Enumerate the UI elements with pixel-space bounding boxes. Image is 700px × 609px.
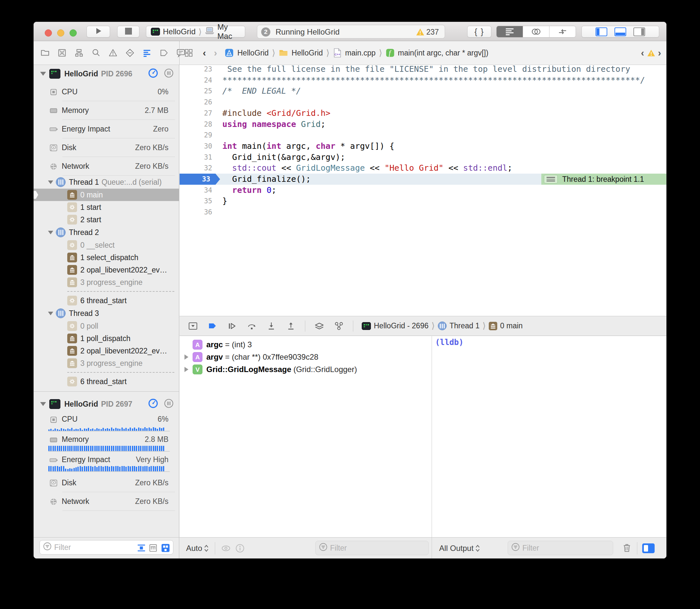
stack-frame[interactable]: 2 opal_libevent2022_ev… <box>34 264 179 276</box>
gauge-row-cpu[interactable]: CPU6% <box>34 413 179 433</box>
memory-bars-icon[interactable] <box>163 398 174 410</box>
next-issue-button[interactable]: › <box>658 47 661 58</box>
view-hierarchy-icon[interactable] <box>314 320 325 332</box>
gauge-row-disk[interactable]: DiskZero KB/s <box>34 473 179 492</box>
back-button[interactable]: ‹ <box>203 47 206 58</box>
previous-issue-button[interactable]: ‹ <box>641 47 644 58</box>
issue-navigator-icon[interactable] <box>107 47 119 58</box>
line-number[interactable]: 33 <box>180 174 220 185</box>
code-snippets-button[interactable]: { } <box>467 26 491 37</box>
gauge-row-memory[interactable]: Memory2.7 MB <box>34 101 179 120</box>
continue-execution-icon[interactable] <box>226 320 238 332</box>
code-line-24[interactable]: 24**************************************… <box>180 75 667 86</box>
variables-view[interactable]: Aargc = (int) 3Aargv = (char **) 0x7ffee… <box>180 336 432 537</box>
disclosure-triangle-icon[interactable] <box>185 367 188 372</box>
hide-debug-area-icon[interactable] <box>187 320 199 332</box>
stop-button[interactable] <box>117 26 139 37</box>
step-over-icon[interactable] <box>246 320 257 332</box>
disclosure-triangle-icon[interactable] <box>185 354 188 360</box>
breadcrumb-label[interactable]: HelloGrid <box>237 49 269 57</box>
breakpoint-navigator-icon[interactable] <box>158 47 169 58</box>
thread-row[interactable]: Thread 3 <box>34 307 179 320</box>
step-out-icon[interactable] <box>285 320 296 332</box>
gauge-row-network[interactable]: NetworkZero KB/s <box>34 157 179 176</box>
filter-input[interactable] <box>330 544 428 553</box>
console-filter-field[interactable] <box>508 541 613 555</box>
process-header[interactable]: HelloGridPID 2696 <box>34 65 179 83</box>
code-line-26[interactable]: 26 <box>180 97 667 108</box>
assistant-editor-button[interactable] <box>523 26 549 37</box>
line-number[interactable]: 26 <box>180 97 212 108</box>
console-output-dropdown[interactable]: All Output <box>439 538 480 559</box>
step-into-icon[interactable] <box>266 320 277 332</box>
disclosure-triangle-icon[interactable] <box>40 402 46 406</box>
variable-row[interactable]: VGrid::GridLogMessage (Grid::GridLogger) <box>180 364 432 375</box>
stack-frame[interactable]: 1 select_dispatch <box>34 251 179 264</box>
test-navigator-icon[interactable] <box>124 47 136 58</box>
line-number[interactable]: 31 <box>180 152 212 163</box>
scheme-selector[interactable]: HelloGrid ⟩ My Mac <box>146 26 245 37</box>
debug-navigator-icon[interactable] <box>141 47 152 58</box>
profile-gauge-icon[interactable] <box>148 398 159 410</box>
code-line-32[interactable]: 32 std::cout << GridLogMessage << "Hello… <box>180 162 667 174</box>
breakpoints-toggle-icon[interactable] <box>207 320 218 332</box>
flatten-frames-icon[interactable] <box>136 543 146 553</box>
gauge-row-energy-impact[interactable]: Energy ImpactVery High <box>34 453 179 473</box>
view-process-by-thread-icon[interactable] <box>160 543 170 553</box>
toggle-navigator-button[interactable] <box>596 28 607 36</box>
gauge-row-disk[interactable]: DiskZero KB/s <box>34 138 179 157</box>
line-number[interactable]: 25 <box>180 86 212 97</box>
issue-warning-icon[interactable] <box>646 47 656 58</box>
minimize-window-button[interactable] <box>57 29 64 37</box>
code-line-36[interactable]: 36 <box>180 207 667 218</box>
project-navigator-icon[interactable] <box>39 47 51 58</box>
code-line-23[interactable]: 23 See the full license in the file "LIC… <box>180 65 667 75</box>
breakpoint-annotation[interactable]: Thread 1: breakpoint 1.1 <box>541 174 667 185</box>
gauge-row-memory[interactable]: Memory2.8 MB <box>34 433 179 453</box>
line-number[interactable]: 36 <box>180 207 212 218</box>
toggle-debug-area-button[interactable] <box>614 28 626 36</box>
line-number[interactable]: 34 <box>180 185 212 196</box>
zoom-window-button[interactable] <box>70 29 77 37</box>
breadcrumb-label[interactable]: main.cpp <box>345 49 375 57</box>
disclosure-triangle-icon[interactable] <box>40 72 46 76</box>
variables-scope-dropdown[interactable]: Auto <box>186 538 209 559</box>
forward-button[interactable]: › <box>214 47 217 58</box>
thread-row[interactable]: Thread 2 <box>34 226 179 239</box>
disclosure-triangle-icon[interactable] <box>48 180 53 184</box>
stack-frame[interactable]: 0 __select <box>34 239 179 251</box>
code-line-34[interactable]: 34 return 0; <box>180 185 667 196</box>
stack-frame[interactable]: 0 main <box>34 189 179 201</box>
code-line-30[interactable]: 30int main(int argc, char * argv[]) { <box>180 141 667 152</box>
stack-frame[interactable]: 3 progress_engine <box>34 276 179 289</box>
variable-row[interactable]: Aargv = (char **) 0x7ffee9039c28 <box>180 351 432 363</box>
code-line-29[interactable]: 29 <box>180 129 667 141</box>
stack-frame[interactable]: 1 start <box>34 201 179 213</box>
line-number[interactable]: 29 <box>180 129 212 141</box>
memory-graph-icon[interactable] <box>334 320 344 332</box>
breadcrumb-label[interactable]: HelloGrid <box>292 49 323 57</box>
console-output[interactable]: (lldb) <box>432 336 667 537</box>
stack-frame[interactable]: 2 opal_libevent2022_ev… <box>34 345 179 357</box>
standard-editor-button[interactable] <box>497 26 523 37</box>
breakpoint-annotation-icon[interactable] <box>544 175 558 184</box>
debug-symbols-filter-icon[interactable] <box>148 543 158 553</box>
navigator-filter-field[interactable] <box>39 540 173 555</box>
stack-frame[interactable]: 2 start <box>34 213 179 226</box>
stack-frame[interactable]: 1 poll_dispatch <box>34 332 179 345</box>
info-icon[interactable] <box>235 543 245 554</box>
line-number[interactable]: 32 <box>180 162 212 174</box>
filter-input[interactable] <box>523 544 613 553</box>
find-navigator-icon[interactable] <box>90 47 102 58</box>
line-number[interactable]: 35 <box>180 195 212 207</box>
process-header[interactable]: HelloGridPID 2697 <box>34 395 179 413</box>
breadcrumb-label[interactable]: 0 main <box>500 321 523 330</box>
breadcrumb-label[interactable]: main(int argc, char * argv[]) <box>398 49 489 57</box>
stack-frame[interactable]: 6 thread_start <box>34 294 179 307</box>
source-control-navigator-icon[interactable] <box>56 47 68 58</box>
line-number[interactable]: 28 <box>180 119 212 130</box>
disclosure-triangle-icon[interactable] <box>48 312 53 315</box>
breadcrumb-label[interactable]: HelloGrid - 2696 <box>374 321 428 330</box>
quicklook-eye-icon[interactable] <box>220 543 232 554</box>
stack-frame[interactable]: 0 poll <box>34 320 179 332</box>
